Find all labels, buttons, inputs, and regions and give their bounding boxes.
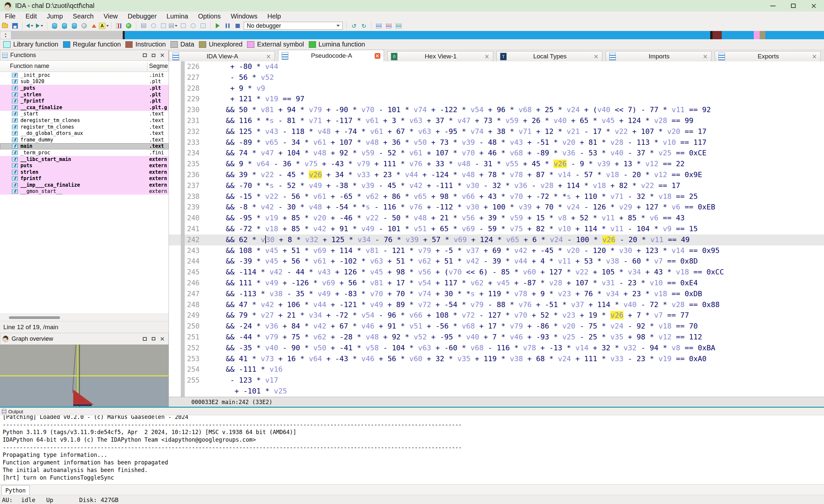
variable[interactable]: v54	[361, 311, 375, 319]
variable[interactable]: v14	[575, 344, 589, 352]
variable[interactable]: v17	[265, 376, 279, 384]
variable[interactable]: v36	[562, 149, 576, 157]
code-line[interactable]: + -101 * v25	[169, 386, 824, 397]
variable[interactable]: v11	[558, 257, 571, 265]
variable[interactable]: v48	[313, 149, 326, 157]
variable[interactable]: v79	[357, 160, 370, 168]
variable[interactable]: v70	[370, 290, 383, 298]
variable[interactable]: v31	[602, 279, 615, 287]
variable[interactable]: v48	[309, 203, 322, 211]
functions-hscrollbar[interactable]	[0, 314, 169, 321]
variable[interactable]: v42	[261, 203, 274, 211]
variable[interactable]: s	[471, 290, 475, 298]
variable[interactable]: v45	[497, 279, 510, 287]
code-line-248[interactable]: 248 && 47 * v42 + 106 * v44 + -121 * v49…	[169, 300, 824, 310]
variable[interactable]: v40	[610, 149, 623, 157]
variable[interactable]: v49	[265, 279, 279, 287]
code-line-227[interactable]: 227 - 56 * v52	[169, 72, 824, 83]
step-into-button[interactable]	[349, 21, 359, 30]
variable[interactable]: v38	[510, 355, 523, 363]
variable[interactable]: v72	[418, 300, 431, 309]
tab-imports[interactable]: Imports	[606, 51, 712, 61]
variable[interactable]: v47	[261, 149, 274, 157]
variable[interactable]: v18	[265, 225, 279, 233]
panel-close-button[interactable]	[158, 335, 166, 343]
variable[interactable]: v45	[265, 246, 279, 255]
variable[interactable]: v51	[409, 322, 423, 330]
variable[interactable]: v28	[654, 116, 667, 125]
highlighted-variable[interactable]: v26	[309, 171, 322, 179]
code-line-233[interactable]: 233 && -89 * v65 - 34 * v61 + 107 * v48 …	[169, 137, 824, 148]
variable[interactable]: v63	[370, 257, 383, 265]
code-line-228[interactable]: 228 + 9 * v9	[169, 83, 824, 94]
stop-process-button[interactable]	[232, 21, 242, 30]
code-line-252[interactable]: 252 && -35 * v40 - 90 * v50 + -41 * v58 …	[169, 343, 824, 354]
code-line-235[interactable]: 235 && 9 * v64 - 36 * v75 + -43 * v79 + …	[169, 159, 824, 170]
variable[interactable]: v70	[462, 149, 475, 157]
navigate-forward-button[interactable]	[35, 21, 44, 30]
variable[interactable]: v30	[466, 203, 479, 211]
function-row-_fprintf[interactable]: _fprintf.plt	[0, 98, 169, 104]
variable[interactable]: v11	[602, 214, 615, 222]
variable[interactable]: v36	[514, 181, 527, 190]
variable[interactable]: v14	[558, 171, 571, 179]
tab-local-types[interactable]: Local Types	[497, 51, 602, 61]
function-row-_start[interactable]: _start.text	[0, 111, 169, 117]
maximize-button[interactable]	[783, 0, 804, 12]
variable[interactable]: v49	[361, 225, 375, 233]
debug-tool-button-1[interactable]	[138, 21, 148, 30]
variable[interactable]: v32	[305, 235, 318, 244]
code-line-229[interactable]: 229 + 121 * v19 == 97	[169, 94, 824, 105]
variable[interactable]: v21	[567, 127, 580, 135]
variable[interactable]: v72	[462, 311, 475, 319]
variable[interactable]: v23	[562, 311, 576, 319]
variable[interactable]: v75	[304, 160, 318, 168]
variable[interactable]: v34	[357, 235, 371, 244]
variable[interactable]: v37	[466, 246, 479, 255]
save-button[interactable]	[10, 21, 20, 30]
tab-close-icon[interactable]	[702, 54, 708, 60]
variable[interactable]: v33	[610, 355, 623, 363]
panel-maximize-button[interactable]	[140, 335, 149, 343]
highlighted-variable[interactable]: v26	[610, 311, 623, 319]
variable[interactable]: v43	[265, 127, 279, 135]
variable[interactable]: v69	[322, 279, 335, 287]
variable[interactable]: v62	[471, 279, 484, 287]
variable[interactable]: v22	[261, 171, 274, 179]
code-line-240[interactable]: 240 && -95 * v19 + 85 * v20 + -46 * v22 …	[169, 213, 824, 224]
variable[interactable]: v44	[265, 62, 279, 71]
code-line-245[interactable]: 245 && -114 * v42 - 44 * v43 + 126 * v45…	[169, 267, 824, 278]
variable[interactable]: s	[270, 116, 274, 125]
debug-tool-button-4[interactable]	[168, 21, 178, 30]
highlighted-variable[interactable]: v26	[602, 235, 616, 244]
variable[interactable]: v48	[318, 127, 331, 135]
variable[interactable]: v25	[274, 387, 287, 395]
functions-column-header[interactable]: Function name Segme	[0, 61, 169, 72]
variable[interactable]: v22	[615, 127, 628, 135]
navband-segment[interactable]	[754, 31, 760, 39]
debug-tool-button-2[interactable]	[148, 21, 158, 30]
variable[interactable]: s	[270, 181, 274, 190]
variable[interactable]: v49	[309, 181, 322, 190]
database-button-1[interactable]	[49, 21, 60, 30]
code-line-247[interactable]: 247 && -113 * v38 - 35 * v49 + -83 * v70…	[169, 289, 824, 300]
variable[interactable]: v8	[558, 214, 567, 222]
code-line-239[interactable]: 239 && -8 * v42 - 30 * v48 + -54 * *s - …	[169, 202, 824, 213]
variable[interactable]: v40	[466, 333, 479, 341]
variable[interactable]: v44	[405, 171, 418, 179]
chart-button[interactable]	[114, 21, 124, 30]
tab-close-icon[interactable]	[812, 54, 817, 60]
variable[interactable]: v47	[457, 116, 471, 125]
variable[interactable]: v29	[619, 203, 632, 211]
variable[interactable]: v71	[519, 127, 532, 135]
variable[interactable]: v48	[366, 138, 379, 146]
code-line-244[interactable]: 244 && -39 * v45 + 56 * v61 + -102 * v63…	[169, 256, 824, 267]
variable[interactable]: v52	[414, 333, 427, 341]
debug-tool-button-6[interactable]	[188, 21, 198, 30]
menu-file[interactable]: File	[0, 12, 20, 20]
variable[interactable]: v23	[558, 290, 571, 298]
variable[interactable]: v19	[265, 95, 279, 103]
code-line-241[interactable]: 241 && -72 * v18 + 85 * v42 + 91 * v49 -…	[169, 224, 824, 234]
variable[interactable]: 30	[266, 235, 275, 244]
column-function-name[interactable]: Function name	[10, 63, 49, 70]
